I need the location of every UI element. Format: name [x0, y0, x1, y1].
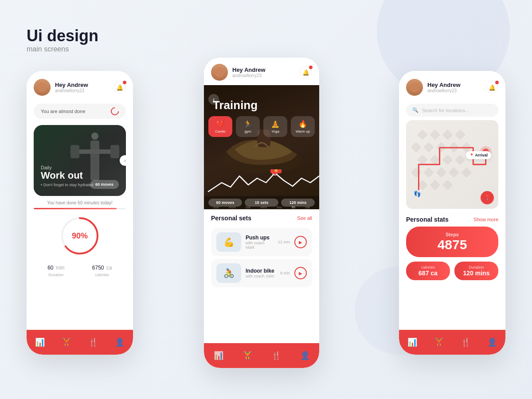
calories-stat: 6750 ca calories	[92, 262, 112, 277]
right-notification-badge	[495, 80, 499, 85]
mid-nav-profile[interactable]: 👤	[300, 351, 310, 360]
svg-rect-22	[430, 155, 440, 165]
calories-label: calories	[92, 273, 112, 277]
svg-rect-25	[411, 167, 422, 178]
nav-workout-icon[interactable]: 🏋	[62, 337, 71, 347]
calories-badge: calories 687 ca	[406, 262, 450, 280]
steps-label: Steps	[417, 232, 488, 237]
svg-rect-24	[455, 155, 466, 165]
right-nav-workout[interactable]: 🏋	[434, 337, 444, 347]
right-notification-bell[interactable]: 🔔	[486, 81, 498, 94]
wave-chart: 😊	[204, 169, 319, 196]
see-all-link[interactable]: See all	[297, 215, 312, 221]
training-title: Training	[213, 98, 258, 112]
workout-moves-btn[interactable]: 60 moves	[90, 180, 119, 189]
workout-card[interactable]: Daily Work out Don't forget to stay hydr…	[34, 125, 126, 196]
username: androwfiorry23	[55, 88, 113, 93]
notification-badge	[122, 80, 127, 85]
yoga-icon: 🧘	[265, 120, 286, 128]
right-avatar	[406, 79, 423, 96]
svg-rect-15	[455, 129, 466, 140]
mid-username: androwfiorry23	[232, 73, 300, 78]
map-action-btn[interactable]: 📍	[481, 191, 494, 204]
calories-badge-label: calories	[411, 265, 445, 270]
show-more-link[interactable]: Show more	[473, 217, 498, 222]
left-bottom-nav: 📊 🏋 🍴 👤	[27, 330, 133, 355]
exercise-pushups[interactable]: 💪 Push ups with coach Mark 12 min ▶	[211, 228, 312, 256]
right-nav-stats[interactable]: 📊	[407, 337, 417, 347]
mini-stats-row: calories 687 ca Duration 120 mins	[399, 262, 505, 311]
calories-badge-value: 687 ca	[411, 270, 445, 277]
search-icon: 🔍	[412, 107, 419, 113]
header-text: Hey Andrew androwfiorry23	[55, 82, 113, 93]
mid-nav-stats[interactable]: 📊	[214, 351, 223, 360]
right-header-text: Hey Andrew androwfiorry23	[427, 82, 486, 93]
nav-stats-icon[interactable]: 📊	[35, 337, 45, 347]
phone-right: Hey Andrew androwfiorry23 🔔 🔍 Search for…	[399, 71, 505, 355]
progress-circle-small	[109, 106, 120, 117]
cat-yoga[interactable]: 🧘 Yoga	[263, 116, 287, 137]
svg-rect-21	[417, 155, 428, 165]
pushups-play-btn[interactable]: ▶	[294, 236, 307, 248]
exercise-bike[interactable]: 🚴 Indoor bike with coach John 8 min ▶	[211, 259, 312, 287]
duration-badge-value: 120 mins	[460, 270, 493, 277]
progress-line-fill	[34, 208, 117, 209]
personal-stats-header: Personal stats Show more	[399, 211, 505, 227]
bike-time: 8 min	[280, 271, 290, 275]
phone-mid: Hey Andrew androwfiorry23 🔔 ‹ Training	[204, 58, 319, 368]
circle-progress-svg: 90%	[58, 214, 102, 258]
circle-pct-text: 90%	[72, 231, 88, 240]
cardio-icon: ❤️	[210, 120, 231, 128]
right-nav-food[interactable]: 🍴	[461, 337, 470, 347]
page-header: Ui design main screens	[27, 27, 98, 53]
mid-nav-workout[interactable]: 🏋	[243, 351, 252, 360]
steps-badge: Steps 4875	[406, 227, 498, 257]
nav-profile-icon[interactable]: 👤	[115, 337, 125, 347]
pushups-name: Push ups	[246, 235, 274, 241]
arrival-tag: Arrival	[466, 151, 491, 159]
bike-coach: with coach John	[246, 274, 276, 278]
svg-rect-26	[423, 167, 434, 178]
workout-subtitle: Daily	[41, 165, 119, 170]
mid-header-text: Hey Andrew androwfiorry23	[232, 66, 300, 78]
warmup-icon: 🔥	[293, 120, 313, 128]
cat-warmup[interactable]: 🔥 Warm up	[291, 116, 315, 137]
mins-stat: 120 mins	[281, 199, 315, 207]
cat-cardio[interactable]: ❤️ Cardio	[208, 116, 232, 137]
svg-rect-29	[461, 167, 472, 178]
duration-value: 60 min	[47, 262, 64, 272]
progress-line	[34, 208, 126, 209]
svg-rect-12	[417, 129, 428, 140]
training-categories: ❤️ Cardio 🏃 gym 🧘 Yoga 🔥 Warm up	[208, 116, 315, 137]
cat-yoga-label: Yoga	[265, 129, 286, 133]
circle-progress: 90%	[27, 214, 133, 258]
nav-food-icon[interactable]: 🍴	[88, 337, 98, 347]
training-hero: ‹ Training ❤️ Cardio 🏃 gym 🧘 Yoga 🔥 Warm…	[204, 85, 319, 209]
cat-cardio-label: Cardio	[210, 129, 231, 133]
svg-rect-16	[411, 142, 422, 153]
svg-rect-13	[430, 129, 440, 140]
svg-rect-31	[430, 180, 440, 190]
page-title: Ui design	[27, 27, 98, 45]
cat-gym[interactable]: 🏃 gym	[236, 116, 260, 137]
search-bar[interactable]: 🔍 Search for locations...	[406, 104, 498, 117]
svg-rect-23	[442, 155, 453, 165]
mid-notification-bell[interactable]: 🔔	[300, 66, 312, 78]
personal-sets-title: Personal sets	[211, 215, 251, 222]
mid-nav-food[interactable]: 🍴	[271, 351, 281, 360]
notification-bell[interactable]: 🔔	[113, 81, 126, 94]
bike-info: Indoor bike with coach John	[246, 268, 276, 278]
progress-bar-container: You are almost done	[27, 100, 133, 121]
mid-user-name: Hey Andrew	[232, 66, 300, 73]
svg-text:😊: 😊	[274, 169, 278, 172]
duration-badge-label: Duration	[460, 265, 493, 270]
cat-warmup-label: Warm up	[293, 129, 313, 133]
right-header: Hey Andrew androwfiorry23 🔔	[399, 71, 505, 100]
sets-stat: 15 sets	[245, 199, 278, 207]
pushups-info: Push ups with coach Mark	[246, 235, 274, 250]
progress-label: You are almost done	[34, 104, 126, 119]
right-nav-profile[interactable]: 👤	[487, 337, 497, 347]
duration-stat: 60 min Duration	[47, 262, 64, 277]
bike-play-btn[interactable]: ▶	[294, 267, 307, 279]
moves-stat: 60 moves	[208, 199, 242, 207]
